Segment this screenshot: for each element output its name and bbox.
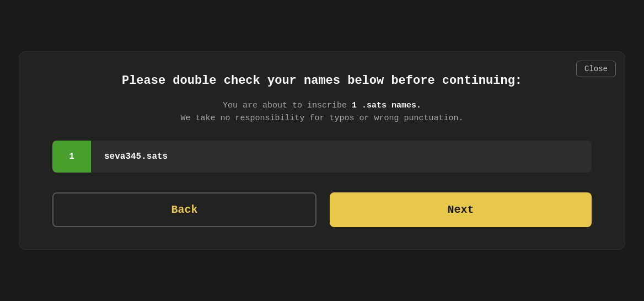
name-value: seva345.sats: [91, 141, 181, 173]
subtitle-prefix: You are about to inscribe: [223, 101, 352, 110]
close-button[interactable]: Close: [576, 61, 616, 77]
subtitle-line1: You are about to inscribe 1 .sats names.: [52, 101, 592, 110]
names-list: 1seva345.sats: [52, 141, 592, 173]
back-button[interactable]: Back: [52, 192, 316, 227]
subtitle-container: You are about to inscribe 1 .sats names.…: [52, 101, 592, 123]
button-row: Back Next: [52, 192, 592, 227]
subtitle-line2: We take no responsibility for typos or w…: [52, 114, 592, 123]
confirmation-modal: Close Please double check your names bel…: [19, 51, 625, 250]
inscribe-extension: .sats names.: [357, 101, 421, 110]
modal-title: Please double check your names below bef…: [52, 74, 592, 88]
name-index: 1: [52, 141, 91, 173]
list-item: 1seva345.sats: [52, 141, 592, 173]
next-button[interactable]: Next: [330, 192, 592, 227]
inscribe-count: 1: [352, 101, 357, 110]
